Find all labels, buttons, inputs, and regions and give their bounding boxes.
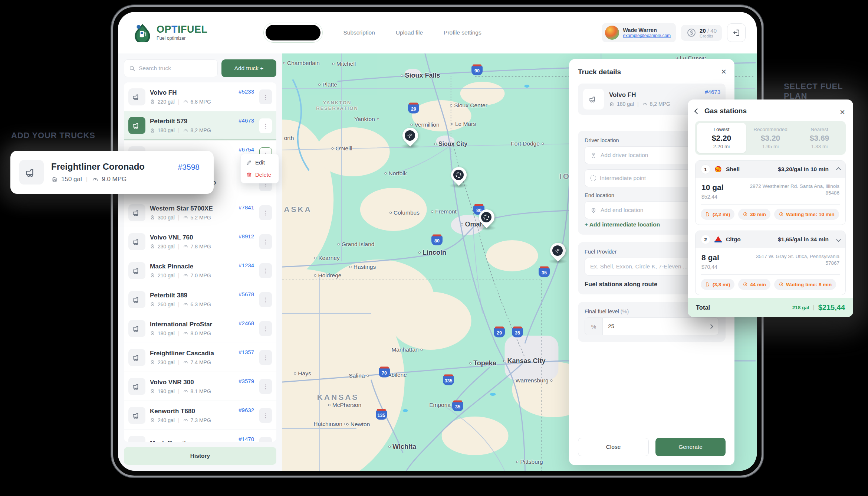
price-plan-nearest[interactable]: Nearest$3.691.33 mi <box>795 123 844 153</box>
station-header[interactable]: 2Citgo$1,65/gal in 34 min <box>696 231 845 248</box>
interstate-shield-90: 90 <box>471 66 483 75</box>
background-caption-right: SELECT FUEL PLAN <box>784 82 868 101</box>
citgo-logo-icon <box>714 236 722 243</box>
map-pin-mid[interactable] <box>451 167 467 186</box>
credits-chip[interactable]: 20 / 40 Credits <box>681 25 722 41</box>
map-city-label: Sioux Center <box>448 102 487 109</box>
truck-icon <box>128 436 145 442</box>
station-cost: $70,44 <box>701 264 719 270</box>
truck-icon <box>128 291 145 308</box>
truck-row[interactable]: Peterbilt 579180 gal|8,2 MPG#4673⋮ <box>124 111 276 140</box>
interstate-shield-35: 35 <box>539 268 550 277</box>
truck-specs: 220 gal|6.8 MPG <box>150 99 272 105</box>
chevron-right-icon[interactable] <box>708 324 713 329</box>
kebab-menu-button[interactable]: ⋮ <box>259 437 272 442</box>
history-button[interactable]: History <box>124 447 276 465</box>
map-city-label: Manhattan <box>391 346 424 353</box>
user-chip[interactable]: Wade Warren example@example.com <box>602 23 676 42</box>
map-city-label: Vermillion <box>408 121 439 128</box>
chevron-down-icon[interactable] <box>836 237 841 242</box>
truck-row[interactable]: Freightliner Cascadia230 gal|7.4 MPG#135… <box>124 343 276 372</box>
map-city-label: Lincoln <box>417 249 446 257</box>
kebab-menu-button[interactable]: ⋮ <box>259 89 272 104</box>
truck-row[interactable]: Kenworth T680240 gal|7.3 MPG#9632⋮ <box>124 401 276 430</box>
location-pin-icon <box>590 207 597 213</box>
truck-drag-card[interactable]: Freightliner Coronado #3598 150 gal| 9.0… <box>10 151 214 194</box>
route-map[interactable]: ChamberlainMitchellSioux FallsLa CrosseP… <box>282 53 757 471</box>
back-icon[interactable] <box>694 108 700 114</box>
close-button[interactable]: Close <box>578 438 649 456</box>
map-city-label: Hutchinson <box>313 421 348 427</box>
kebab-menu-button[interactable]: ⋮ <box>259 263 272 278</box>
total-gallons: 218 gal <box>792 305 809 310</box>
kebab-menu-button[interactable]: ⋮ <box>259 205 272 220</box>
kebab-menu-button[interactable]: ⋮ <box>259 234 272 249</box>
truck-row[interactable]: Volvo FH220 gal|6.8 MPG#5233⋮ <box>124 82 276 111</box>
nav-link-profile-settings[interactable]: Profile settings <box>444 29 481 36</box>
truck-list: Volvo FH220 gal|6.8 MPG#5233⋮Peterbilt 5… <box>124 82 276 442</box>
truck-specs: 180 gal|8,2 MPG <box>150 127 272 133</box>
logo-wordmark: OPTIFUEL <box>157 25 208 35</box>
delete-menu-item[interactable]: Delete <box>243 169 276 181</box>
map-city-label: Fort Dodge <box>511 140 546 147</box>
search-input[interactable] <box>139 65 213 72</box>
kebab-menu-button[interactable]: ⋮ <box>259 350 272 365</box>
kebab-menu-button[interactable]: ⋮ <box>259 379 272 394</box>
kebab-menu-button[interactable]: ⋮ <box>259 292 272 307</box>
truck-row[interactable]: Mack Pinnacle210 gal|7.0 MPG#1234⋮ <box>124 256 276 285</box>
truck-row[interactable]: Peterbilt 389260 gal|6.3 MPG#5678⋮ <box>124 285 276 314</box>
truck-id: #3579 <box>239 378 254 384</box>
truck-row[interactable]: Volvo VNL 760230 gal|7.8 MPG#8912⋮ <box>124 227 276 256</box>
map-city-label: Holdrege <box>312 272 342 279</box>
truck-row[interactable]: Volvo VNR 300190 gal|8.1 MPG#3579⋮ <box>124 372 276 401</box>
chevron-up-icon[interactable] <box>836 167 841 172</box>
generate-button[interactable]: Generate <box>655 438 726 456</box>
map-pin-mid[interactable] <box>479 209 495 229</box>
station-badge: (2,2 mi) <box>701 209 734 220</box>
truck-id: #1357 <box>239 349 254 355</box>
station-address: 3517 W. Gray St. Utica, Pennsylvania 578… <box>749 253 839 267</box>
truck-specs: 180 gal|8.0 MPG <box>150 330 272 336</box>
kebab-menu-button[interactable]: ⋮ <box>259 321 272 336</box>
truck-id: #1470 <box>239 436 254 442</box>
map-pin-end[interactable] <box>550 243 566 262</box>
map-city-label: Newton <box>345 421 370 428</box>
kebab-menu-button[interactable]: ⋮ <box>259 118 272 133</box>
close-icon[interactable]: × <box>721 67 726 76</box>
map-city-label: Norfolk <box>382 170 407 177</box>
drag-truck-name: Freightliner Coronado <box>51 161 178 172</box>
map-city-label: Grand Island <box>336 241 375 248</box>
station-badge: Waiting time: 8 min <box>774 279 836 290</box>
station-header[interactable]: 1Shell$3,20/gal in 10 min <box>696 161 845 178</box>
final-fuel-field[interactable]: % <box>585 317 719 335</box>
truck-row[interactable]: Western Star 5700XE300 gal|5.2 MPG#7841⋮ <box>124 198 276 227</box>
map-city-label: Topeka <box>467 359 496 367</box>
top-bar: OPTIFUEL Fuel optimizer SubscriptionUplo… <box>118 12 757 53</box>
nav-link-upload-file[interactable]: Upload file <box>396 29 423 36</box>
user-email-link[interactable]: example@example.com <box>623 33 671 38</box>
truck-icon <box>128 117 145 134</box>
kebab-menu-button[interactable]: ⋮ <box>259 408 272 423</box>
map-city-label: Kearney <box>312 255 340 261</box>
map-city-label: Le Mars <box>449 121 476 127</box>
price-plan-lowest[interactable]: Lowest$2.202.20 mi <box>697 123 746 153</box>
truck-row[interactable]: International ProStar180 gal|8.0 MPG#246… <box>124 314 276 343</box>
nav-link-subscription[interactable]: Subscription <box>343 29 375 36</box>
truck-search[interactable] <box>124 59 218 77</box>
tablet-frame: OPTIFUEL Fuel optimizer SubscriptionUplo… <box>111 5 763 477</box>
active-tab-pill[interactable] <box>263 23 323 43</box>
edit-menu-item[interactable]: Edit <box>243 156 276 169</box>
app-logo: OPTIFUEL Fuel optimizer <box>133 23 208 42</box>
station-badges: (3,8 mi)44 minWaiting time: 8 min <box>696 275 845 295</box>
truck-icon <box>128 378 145 395</box>
map-pin-driver[interactable] <box>402 128 418 147</box>
add-truck-button[interactable]: Add truck + <box>221 59 276 77</box>
truck-specs: 210 gal|7.0 MPG <box>150 273 272 278</box>
price-plan-recommended[interactable]: Recommended$3.201.95 mi <box>746 123 795 153</box>
truck-id: #1234 <box>239 262 254 268</box>
close-icon[interactable]: × <box>840 108 845 117</box>
truck-row[interactable]: Mack Granite#1470⋮ <box>124 430 276 442</box>
logout-button[interactable] <box>727 23 746 42</box>
final-fuel-input[interactable] <box>603 318 709 335</box>
map-city-label: Mitchell <box>331 61 356 67</box>
